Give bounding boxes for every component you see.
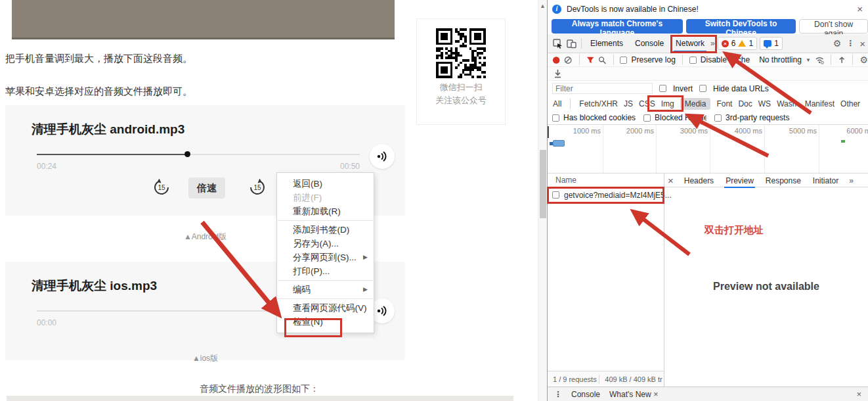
page-scrollbar[interactable]: ▲ xyxy=(538,0,547,401)
hide-data-urls-checkbox[interactable] xyxy=(699,85,706,92)
error-icon: × xyxy=(722,40,729,47)
close-details-icon[interactable]: × xyxy=(668,176,674,185)
timeline-tick: 1000 ms xyxy=(548,127,601,135)
timeline-tick: 4000 ms xyxy=(710,127,762,135)
menu-item-inspect[interactable]: 检查(N) xyxy=(277,315,374,329)
timeline-divider xyxy=(548,126,549,138)
scroll-up-icon[interactable]: ▲ xyxy=(538,0,547,9)
transferred-size: 409 kB / 409 kB tr xyxy=(599,375,664,383)
filter-chip-all[interactable]: All xyxy=(553,99,561,108)
filter-chip-img[interactable]: Img xyxy=(661,99,674,108)
detail-tab-response[interactable]: Response xyxy=(764,175,802,187)
filter-chip-doc[interactable]: Doc xyxy=(738,99,752,108)
issues-badge[interactable]: 1 xyxy=(760,37,783,50)
filter-chip-wasm[interactable]: Wasm xyxy=(777,99,799,108)
menu-separator xyxy=(278,220,373,221)
preview-not-available-message: Preview not available xyxy=(664,281,868,293)
throttling-dropdown-icon[interactable]: ▼ xyxy=(806,57,811,63)
more-tabs-icon[interactable]: » xyxy=(710,39,715,48)
whats-new-close-icon[interactable]: × xyxy=(653,389,659,399)
blocked-requests-checkbox[interactable] xyxy=(643,114,651,122)
preserve-log-checkbox[interactable] xyxy=(620,57,627,64)
error-count: 6 xyxy=(731,39,736,48)
network-settings-gear-icon[interactable]: ⚙ xyxy=(859,55,868,65)
hide-data-urls-label: Hide data URLs xyxy=(713,84,769,93)
export-har-icon[interactable] xyxy=(553,69,562,78)
device-toolbar-icon[interactable] xyxy=(566,38,577,49)
qr-caption-line1: 微信扫一扫 xyxy=(417,81,505,94)
waterfall-bar[interactable] xyxy=(553,140,565,147)
clear-icon[interactable] xyxy=(564,56,572,64)
filter-chip-other[interactable]: Other xyxy=(840,99,860,108)
detail-tab-preview[interactable]: Preview xyxy=(724,175,755,187)
detail-tab-headers[interactable]: Headers xyxy=(683,175,715,187)
pane-divider[interactable] xyxy=(664,174,664,387)
inspect-element-icon[interactable] xyxy=(552,38,563,49)
network-request-row[interactable]: getvoice?mediaid=MzI4MjE5... xyxy=(548,187,664,202)
tab-network[interactable]: Network xyxy=(670,34,710,53)
menu-item-bookmark[interactable]: 添加到书签(D) xyxy=(277,223,374,237)
dont-show-again-button[interactable]: Don't show again xyxy=(799,19,868,34)
more-detail-tabs-icon[interactable]: » xyxy=(849,176,854,185)
speed-button[interactable]: 倍速 xyxy=(188,177,225,199)
filter-chip-manifest[interactable]: Manifest xyxy=(805,99,835,108)
menu-item-save-as[interactable]: 另存为(A)... xyxy=(277,237,374,250)
drawer-tab-console[interactable]: Console xyxy=(571,390,600,399)
menu-item-view-source[interactable]: 查看网页源代码(V) xyxy=(277,301,374,315)
skip-forward-15-button[interactable]: 15 xyxy=(246,176,269,199)
skip-back-15-button[interactable]: 15 xyxy=(150,176,173,199)
drawer-close-icon[interactable]: × xyxy=(856,389,861,399)
filter-input[interactable] xyxy=(552,83,653,94)
menu-item-encoding[interactable]: 编码▶ xyxy=(277,283,374,296)
settings-gear-icon[interactable]: ⚙ xyxy=(833,38,842,49)
import-har-icon[interactable] xyxy=(838,56,846,64)
divider xyxy=(581,38,582,49)
filter-chip-media[interactable]: Media xyxy=(680,98,711,110)
seek-handle[interactable] xyxy=(184,151,190,157)
filter-chip-js[interactable]: JS xyxy=(624,99,633,108)
errors-warnings-badge[interactable]: × 6 1 xyxy=(718,37,757,50)
volume-button[interactable] xyxy=(370,144,395,169)
menu-item-share[interactable]: 分享网页到(S)...▶ xyxy=(277,250,374,264)
divider xyxy=(613,55,614,65)
seek-bar[interactable] xyxy=(37,154,360,155)
disable-cache-checkbox[interactable] xyxy=(689,57,697,64)
filter-chip-ws[interactable]: WS xyxy=(758,99,771,108)
tab-console[interactable]: Console xyxy=(629,34,670,53)
banner-message: DevTools is now available in Chinese! xyxy=(567,5,699,14)
duration-time: 00:50 xyxy=(340,162,360,171)
detail-tab-initiator[interactable]: Initiator xyxy=(812,175,840,187)
timeline-tick: 2000 ms xyxy=(601,127,654,135)
filter-chip-css[interactable]: CSS xyxy=(639,99,655,108)
filter-chip-font[interactable]: Font xyxy=(716,99,732,108)
menu-item-back[interactable]: 返回(B) xyxy=(277,177,374,191)
request-name[interactable]: getvoice?mediaid=MzI4MjE5... xyxy=(564,191,672,200)
menu-item-print[interactable]: 打印(P)... xyxy=(277,264,374,278)
drawer-tab-whats-new[interactable]: What's New × xyxy=(609,389,659,399)
has-blocked-cookies-checkbox[interactable] xyxy=(552,114,559,122)
scrollbar-thumb[interactable] xyxy=(540,150,546,218)
seek-progress xyxy=(37,154,187,155)
search-icon[interactable] xyxy=(598,56,606,64)
switch-chinese-button[interactable]: Switch DevTools to Chinese xyxy=(686,19,796,34)
filter-chip-fetchxhr[interactable]: Fetch/XHR xyxy=(579,99,618,108)
tab-elements[interactable]: Elements xyxy=(584,34,629,53)
banner-close-icon[interactable]: × xyxy=(857,4,863,14)
throttling-select[interactable]: No throttling xyxy=(759,55,802,64)
invert-checkbox[interactable] xyxy=(659,85,666,92)
request-checkbox[interactable] xyxy=(552,191,559,199)
menu-item-reload[interactable]: 重新加载(R) xyxy=(277,204,374,218)
filter-funnel-icon[interactable] xyxy=(586,56,594,64)
third-party-checkbox[interactable] xyxy=(714,114,722,122)
drawer-kebab-icon[interactable]: ⋮ xyxy=(554,390,562,399)
warning-icon xyxy=(738,40,746,47)
waterfall-green-mark xyxy=(841,140,845,143)
record-icon[interactable] xyxy=(552,56,560,64)
devtools-close-icon[interactable]: × xyxy=(859,39,865,49)
kebab-menu-icon[interactable]: ⋮ xyxy=(846,39,854,48)
name-column-header[interactable]: Name xyxy=(555,176,576,185)
match-language-button[interactable]: Always match Chrome's language xyxy=(552,19,683,34)
divider xyxy=(579,55,580,65)
network-conditions-icon[interactable] xyxy=(815,55,824,64)
double-click-annotation: 双击打开地址 xyxy=(705,224,764,237)
